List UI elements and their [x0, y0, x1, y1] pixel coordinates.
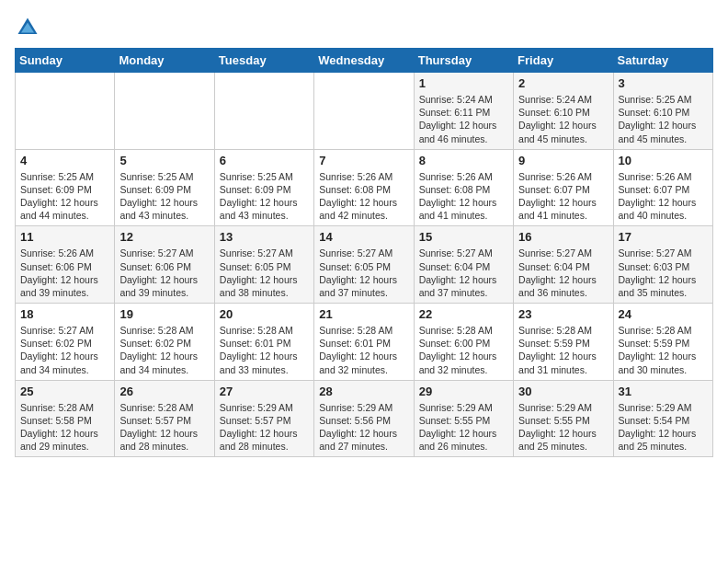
day-number: 2	[518, 76, 608, 90]
day-info: Sunrise: 5:28 AM Sunset: 6:02 PM Dayligh…	[119, 324, 209, 376]
day-info: Sunrise: 5:27 AM Sunset: 6:04 PM Dayligh…	[419, 247, 508, 299]
day-number: 15	[419, 230, 508, 244]
calendar-cell: 24Sunrise: 5:28 AM Sunset: 5:59 PM Dayli…	[613, 304, 712, 381]
day-number: 11	[20, 230, 109, 244]
calendar-cell	[314, 73, 414, 150]
day-number: 31	[619, 385, 708, 398]
day-number: 3	[619, 76, 708, 90]
day-info: Sunrise: 5:26 AM Sunset: 6:06 PM Dayligh…	[20, 247, 109, 299]
day-info: Sunrise: 5:27 AM Sunset: 6:05 PM Dayligh…	[319, 247, 408, 299]
calendar-cell: 21Sunrise: 5:28 AM Sunset: 6:01 PM Dayli…	[314, 304, 414, 381]
day-number: 25	[20, 385, 109, 398]
day-info: Sunrise: 5:26 AM Sunset: 6:08 PM Dayligh…	[419, 170, 508, 223]
day-info: Sunrise: 5:29 AM Sunset: 5:55 PM Dayligh…	[518, 401, 608, 454]
weekday-header-sunday: Sunday	[16, 49, 115, 73]
day-number: 12	[119, 230, 209, 244]
calendar-week-row: 25Sunrise: 5:28 AM Sunset: 5:58 PM Dayli…	[16, 380, 713, 457]
day-info: Sunrise: 5:24 AM Sunset: 6:11 PM Dayligh…	[419, 93, 508, 145]
day-info: Sunrise: 5:26 AM Sunset: 6:08 PM Dayligh…	[319, 170, 408, 223]
calendar-cell: 11Sunrise: 5:26 AM Sunset: 6:06 PM Dayli…	[16, 226, 115, 304]
calendar-table: SundayMondayTuesdayWednesdayThursdayFrid…	[15, 48, 713, 457]
day-info: Sunrise: 5:27 AM Sunset: 6:02 PM Dayligh…	[20, 324, 109, 376]
day-number: 9	[518, 154, 608, 167]
calendar-cell: 17Sunrise: 5:27 AM Sunset: 6:03 PM Dayli…	[613, 226, 712, 304]
day-info: Sunrise: 5:29 AM Sunset: 5:57 PM Dayligh…	[220, 401, 309, 454]
day-number: 23	[518, 307, 608, 321]
calendar-week-row: 1Sunrise: 5:24 AM Sunset: 6:11 PM Daylig…	[16, 73, 713, 150]
calendar-cell: 23Sunrise: 5:28 AM Sunset: 5:59 PM Dayli…	[514, 304, 613, 381]
day-number: 21	[319, 307, 408, 321]
day-info: Sunrise: 5:26 AM Sunset: 6:07 PM Dayligh…	[619, 170, 708, 223]
weekday-header-monday: Monday	[115, 49, 214, 73]
logo-icon	[15, 15, 40, 40]
calendar-week-row: 18Sunrise: 5:27 AM Sunset: 6:02 PM Dayli…	[16, 304, 713, 381]
day-number: 22	[419, 307, 508, 321]
calendar-cell: 12Sunrise: 5:27 AM Sunset: 6:06 PM Dayli…	[115, 226, 214, 304]
day-number: 26	[119, 385, 209, 398]
day-info: Sunrise: 5:28 AM Sunset: 5:59 PM Dayligh…	[619, 324, 708, 376]
day-number: 8	[419, 154, 508, 167]
calendar-week-row: 11Sunrise: 5:26 AM Sunset: 6:06 PM Dayli…	[16, 226, 713, 304]
day-info: Sunrise: 5:28 AM Sunset: 6:01 PM Dayligh…	[220, 324, 309, 376]
calendar-cell	[115, 73, 214, 150]
day-number: 17	[619, 230, 708, 244]
calendar-cell: 1Sunrise: 5:24 AM Sunset: 6:11 PM Daylig…	[414, 73, 513, 150]
calendar-cell	[214, 73, 313, 150]
calendar-cell: 8Sunrise: 5:26 AM Sunset: 6:08 PM Daylig…	[414, 149, 513, 226]
page-header	[15, 15, 713, 40]
calendar-cell: 14Sunrise: 5:27 AM Sunset: 6:05 PM Dayli…	[314, 226, 414, 304]
day-number: 20	[220, 307, 309, 321]
calendar-cell: 20Sunrise: 5:28 AM Sunset: 6:01 PM Dayli…	[214, 304, 313, 381]
day-number: 6	[220, 154, 309, 167]
day-info: Sunrise: 5:27 AM Sunset: 6:03 PM Dayligh…	[619, 247, 708, 299]
calendar-cell: 26Sunrise: 5:28 AM Sunset: 5:57 PM Dayli…	[115, 380, 214, 457]
calendar-cell: 9Sunrise: 5:26 AM Sunset: 6:07 PM Daylig…	[514, 149, 613, 226]
day-number: 19	[119, 307, 209, 321]
day-info: Sunrise: 5:27 AM Sunset: 6:04 PM Dayligh…	[518, 247, 608, 299]
calendar-cell: 29Sunrise: 5:29 AM Sunset: 5:55 PM Dayli…	[414, 380, 513, 457]
calendar-cell: 5Sunrise: 5:25 AM Sunset: 6:09 PM Daylig…	[115, 149, 214, 226]
day-number: 10	[619, 154, 708, 167]
day-number: 16	[518, 230, 608, 244]
day-info: Sunrise: 5:25 AM Sunset: 6:09 PM Dayligh…	[220, 170, 309, 223]
weekday-header-wednesday: Wednesday	[314, 49, 414, 73]
calendar-cell: 2Sunrise: 5:24 AM Sunset: 6:10 PM Daylig…	[514, 73, 613, 150]
calendar-cell: 15Sunrise: 5:27 AM Sunset: 6:04 PM Dayli…	[414, 226, 513, 304]
calendar-cell: 16Sunrise: 5:27 AM Sunset: 6:04 PM Dayli…	[514, 226, 613, 304]
weekday-header-thursday: Thursday	[414, 49, 513, 73]
logo	[15, 15, 42, 40]
day-number: 18	[20, 307, 109, 321]
day-info: Sunrise: 5:27 AM Sunset: 6:06 PM Dayligh…	[119, 247, 209, 299]
calendar-cell: 30Sunrise: 5:29 AM Sunset: 5:55 PM Dayli…	[514, 380, 613, 457]
day-info: Sunrise: 5:25 AM Sunset: 6:10 PM Dayligh…	[619, 93, 708, 145]
day-number: 4	[20, 154, 109, 167]
day-number: 7	[319, 154, 408, 167]
day-info: Sunrise: 5:28 AM Sunset: 5:57 PM Dayligh…	[119, 401, 209, 454]
calendar-cell: 25Sunrise: 5:28 AM Sunset: 5:58 PM Dayli…	[16, 380, 115, 457]
day-info: Sunrise: 5:27 AM Sunset: 6:05 PM Dayligh…	[220, 247, 309, 299]
day-info: Sunrise: 5:29 AM Sunset: 5:56 PM Dayligh…	[319, 401, 408, 454]
weekday-header-row: SundayMondayTuesdayWednesdayThursdayFrid…	[16, 49, 713, 73]
calendar-cell: 28Sunrise: 5:29 AM Sunset: 5:56 PM Dayli…	[314, 380, 414, 457]
calendar-cell: 13Sunrise: 5:27 AM Sunset: 6:05 PM Dayli…	[214, 226, 313, 304]
calendar-cell: 18Sunrise: 5:27 AM Sunset: 6:02 PM Dayli…	[16, 304, 115, 381]
calendar-cell: 3Sunrise: 5:25 AM Sunset: 6:10 PM Daylig…	[613, 73, 712, 150]
weekday-header-tuesday: Tuesday	[214, 49, 313, 73]
calendar-cell: 10Sunrise: 5:26 AM Sunset: 6:07 PM Dayli…	[613, 149, 712, 226]
day-number: 29	[419, 385, 508, 398]
calendar-cell: 6Sunrise: 5:25 AM Sunset: 6:09 PM Daylig…	[214, 149, 313, 226]
day-number: 14	[319, 230, 408, 244]
day-number: 1	[419, 76, 508, 90]
day-info: Sunrise: 5:28 AM Sunset: 5:59 PM Dayligh…	[518, 324, 608, 376]
calendar-cell: 19Sunrise: 5:28 AM Sunset: 6:02 PM Dayli…	[115, 304, 214, 381]
calendar-cell: 31Sunrise: 5:29 AM Sunset: 5:54 PM Dayli…	[613, 380, 712, 457]
day-number: 13	[220, 230, 309, 244]
day-number: 24	[619, 307, 708, 321]
day-info: Sunrise: 5:25 AM Sunset: 6:09 PM Dayligh…	[119, 170, 209, 223]
calendar-cell: 4Sunrise: 5:25 AM Sunset: 6:09 PM Daylig…	[16, 149, 115, 226]
day-info: Sunrise: 5:28 AM Sunset: 5:58 PM Dayligh…	[20, 401, 109, 454]
day-info: Sunrise: 5:24 AM Sunset: 6:10 PM Dayligh…	[518, 93, 608, 145]
calendar-cell: 7Sunrise: 5:26 AM Sunset: 6:08 PM Daylig…	[314, 149, 414, 226]
day-number: 27	[220, 385, 309, 398]
calendar-cell: 22Sunrise: 5:28 AM Sunset: 6:00 PM Dayli…	[414, 304, 513, 381]
